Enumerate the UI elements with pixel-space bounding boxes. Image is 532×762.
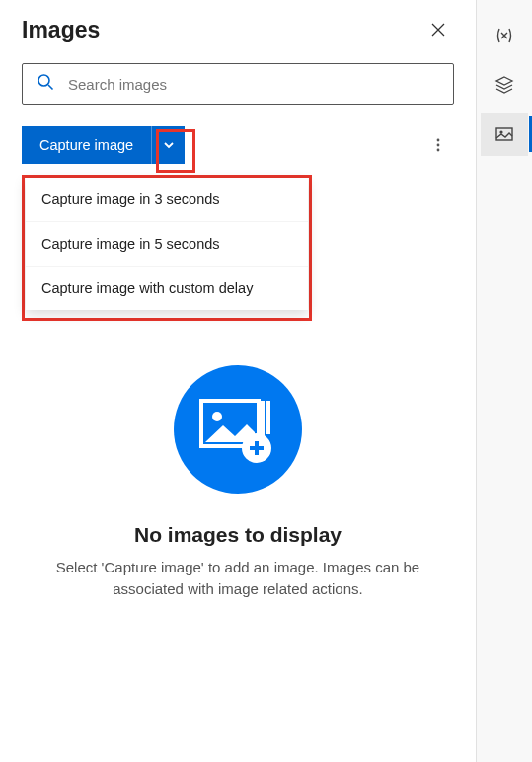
empty-state-title: No images to display [134,523,342,547]
layers-icon [494,74,515,96]
capture-image-button[interactable]: Capture image [22,126,151,164]
capture-dropdown-toggle[interactable] [151,126,185,164]
svg-line-1 [48,85,53,90]
rail-variables-tab[interactable] [481,14,528,57]
close-button[interactable] [422,14,454,45]
svg-point-8 [212,412,222,421]
rail-layers-tab[interactable] [481,63,528,107]
svg-point-0 [38,75,49,86]
capture-dropdown-menu: Capture image in 3 seconds Capture image… [26,178,308,310]
variables-icon [494,25,515,46]
dropdown-item-5s[interactable]: Capture image in 5 seconds [26,222,308,267]
empty-state-description: Select 'Capture image' to add an image. … [51,557,424,600]
rail-images-tab[interactable] [481,113,528,156]
svg-point-11 [499,130,502,133]
panel-title: Images [22,17,100,43]
capture-split-button: Capture image [22,126,185,164]
search-input[interactable] [22,63,454,105]
images-panel: Images Capture image Capture image in 3 … [0,0,477,762]
chevron-down-icon [162,138,176,152]
empty-state-illustration [174,365,302,494]
search-icon [36,72,55,96]
panel-header: Images [22,14,454,45]
close-icon [430,22,446,38]
svg-point-3 [437,144,440,147]
more-options-button[interactable] [422,129,454,161]
svg-point-2 [437,139,440,142]
svg-point-4 [437,149,440,152]
images-icon [494,123,515,145]
svg-rect-7 [266,401,270,434]
more-vertical-icon [430,137,446,153]
search-field [22,63,454,105]
toolbar: Capture image [22,126,454,164]
side-rail [477,0,532,762]
dropdown-item-3s[interactable]: Capture image in 3 seconds [26,178,308,222]
dropdown-item-custom[interactable]: Capture image with custom delay [26,267,308,310]
image-placeholder-icon [197,395,278,464]
